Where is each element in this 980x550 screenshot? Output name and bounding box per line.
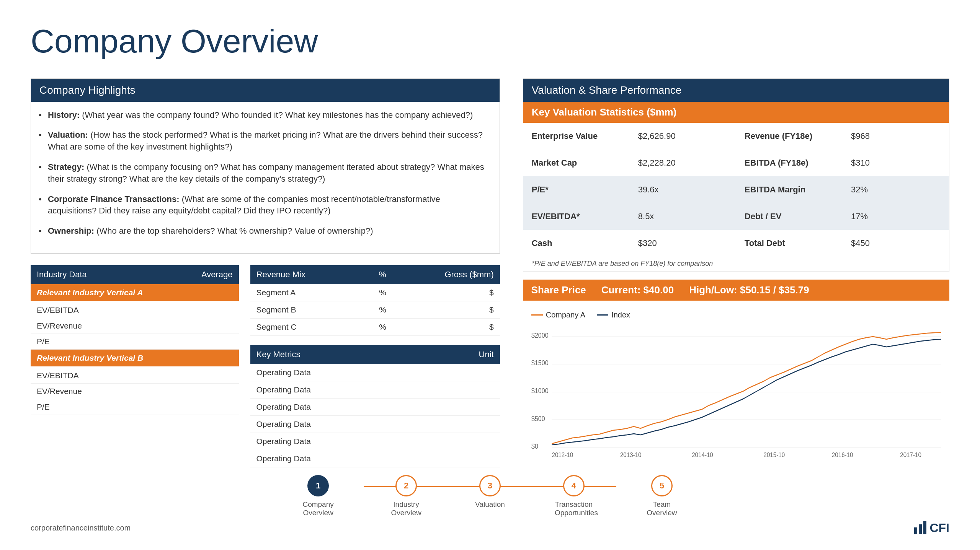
bottom-left: Industry Data Average Relevant Industry … — [31, 265, 500, 467]
chart-container: $2000 $1500 $1000 $500 $0 2012-10 2013-1… — [523, 327, 949, 442]
val-value-2-0: 39.6x — [630, 180, 736, 199]
valuation-box: Valuation & Share Performance Key Valuat… — [523, 78, 949, 272]
list-item: Corporate Finance Transactions: (What ar… — [39, 194, 488, 217]
share-price-bar: Share Price Current: $40.00 High/Low: $5… — [523, 280, 949, 301]
list-item: History: (What year was the company foun… — [39, 109, 488, 121]
industry-vertical-b: Relevant Industry Vertical B — [31, 350, 239, 366]
nav-circle-1[interactable]: 1 — [307, 475, 329, 496]
seg-c-label: Segment C — [250, 318, 358, 335]
legend-index: Index — [597, 311, 630, 319]
cfi-bar-3 — [923, 521, 926, 534]
nav-item-1[interactable]: 1 Company Overview — [299, 475, 337, 517]
industry-row: EV/EBITDA — [31, 368, 239, 384]
val-label-1-0: Market Cap — [523, 153, 630, 172]
left-panel: Company Highlights History: (What year w… — [31, 78, 500, 467]
val-label-3-0: EV/EBITDA* — [523, 207, 630, 226]
table-row: Segment C % $ — [250, 318, 500, 335]
price-chart: $2000 $1500 $1000 $500 $0 2012-10 2013-1… — [531, 331, 941, 461]
seg-a-label: Segment A — [250, 284, 358, 301]
list-item: Valuation: (How has the stock performed?… — [39, 129, 488, 153]
legend-company: Company A — [531, 311, 585, 319]
metric-5: Operating Data — [250, 450, 428, 467]
highlight-label-3: Corporate Finance Transactions: — [48, 194, 180, 204]
industry-row: P/E — [31, 334, 239, 350]
share-price-high-low: High/Low: $50.15 / $35.79 — [689, 284, 809, 296]
valuation-header: Valuation & Share Performance — [523, 79, 949, 102]
seg-b-gross: $ — [392, 301, 500, 318]
val-value-3-0: 8.5x — [630, 207, 736, 226]
nav-num-4: 4 — [572, 481, 576, 491]
industry-data-box: Industry Data Average Relevant Industry … — [31, 265, 239, 467]
highlight-text-4: (Who are the top shareholders? What % ow… — [96, 226, 373, 236]
seg-c-gross: $ — [392, 318, 500, 335]
nav-circle-3[interactable]: 3 — [479, 475, 501, 496]
nav-label-3: Valuation — [475, 500, 505, 509]
val-value-1-0: $2,228.20 — [630, 153, 736, 172]
metric-1: Operating Data — [250, 381, 428, 398]
revenue-mix-pct-header: % — [358, 265, 392, 284]
nav-circle-2[interactable]: 2 — [395, 475, 417, 496]
metric-3: Operating Data — [250, 415, 428, 433]
page-title: Company Overview — [31, 23, 949, 59]
val-label-0-1: Revenue (FY18e) — [736, 127, 843, 146]
table-row: Operating Data — [250, 364, 500, 381]
table-row: Segment A % $ — [250, 284, 500, 301]
industry-row: EV/EBITDA — [31, 303, 239, 318]
nav-num-3: 3 — [488, 481, 492, 491]
val-label-3-1: Debt / EV — [736, 207, 843, 226]
val-note: *P/E and EV/EBITDA are based on FY18(e) … — [523, 257, 949, 272]
share-price-label: Share Price — [531, 284, 586, 296]
nav-item-2[interactable]: 2 Industry Overview — [387, 475, 425, 517]
table-row: Operating Data — [250, 398, 500, 415]
revenue-mix-table: Revenue Mix % Gross ($mm) Segment A % $ — [250, 265, 500, 336]
val-label-2-1: EBITDA Margin — [736, 180, 843, 199]
val-value-0-0: $2,626.90 — [630, 127, 736, 146]
industry-row: P/E — [31, 399, 239, 415]
highlight-text-1: (How has the stock performed? What is th… — [48, 130, 483, 151]
key-val-header: Key Valuation Statistics ($mm) — [523, 102, 949, 123]
seg-b-pct: % — [358, 301, 392, 318]
svg-text:$0: $0 — [531, 443, 538, 450]
val-label-1-1: EBITDA (FY18e) — [736, 153, 843, 172]
legend-index-label: Index — [611, 311, 630, 319]
revenue-metrics-col: Revenue Mix % Gross ($mm) Segment A % $ — [250, 265, 500, 467]
highlight-label-2: Strategy: — [48, 162, 84, 172]
list-item: Ownership: (Who are the top shareholders… — [39, 225, 488, 237]
highlight-label-0: History: — [48, 110, 80, 120]
footer: corporatefinanceinstitute.com CFI — [31, 521, 949, 535]
cfi-logo: CFI — [914, 521, 949, 535]
val-value-3-1: 17% — [843, 207, 949, 226]
highlights-list: History: (What year was the company foun… — [31, 102, 500, 253]
nav-circle-4[interactable]: 4 — [563, 475, 585, 496]
seg-a-pct: % — [358, 284, 392, 301]
seg-a-gross: $ — [392, 284, 500, 301]
nav-item-3[interactable]: 3 Valuation — [475, 475, 505, 509]
nav-item-4[interactable]: 4 Transaction Opportunities — [555, 475, 593, 517]
highlight-text-0: (What year was the company found? Who fo… — [82, 110, 473, 120]
highlights-box: Company Highlights History: (What year w… — [31, 78, 500, 254]
table-row: Operating Data — [250, 415, 500, 433]
val-row-1: Enterprise Value $2,626.90 Revenue (FY18… — [523, 123, 949, 150]
nav-item-5[interactable]: 5 Team Overview — [643, 475, 681, 517]
nav-label-4: Transaction Opportunities — [555, 500, 593, 517]
key-metrics-header: Key Metrics — [250, 345, 428, 364]
nav-num-2: 2 — [404, 481, 408, 491]
svg-text:2013-10: 2013-10 — [620, 451, 642, 458]
industry-header-row: Industry Data Average — [31, 265, 239, 284]
main-content: Company Highlights History: (What year w… — [31, 78, 949, 467]
svg-text:2014-10: 2014-10 — [692, 451, 713, 458]
industry-average-label: Average — [201, 270, 233, 280]
highlights-header: Company Highlights — [31, 79, 500, 102]
nav-items: 1 Company Overview 2 Industry Overview 3… — [299, 475, 681, 517]
key-metrics-unit: Unit — [428, 345, 500, 364]
metric-4: Operating Data — [250, 433, 428, 450]
revenue-mix-header: Revenue Mix — [250, 265, 358, 284]
industry-vertical-a: Relevant Industry Vertical A — [31, 284, 239, 301]
metric-0: Operating Data — [250, 364, 428, 381]
svg-text:$1000: $1000 — [531, 387, 549, 395]
key-metrics-table: Key Metrics Unit Operating Data Operatin… — [250, 345, 500, 467]
nav-circle-5[interactable]: 5 — [651, 475, 673, 496]
val-label-0-0: Enterprise Value — [523, 127, 630, 146]
chart-legend: Company A Index — [523, 308, 949, 319]
svg-text:$500: $500 — [531, 415, 545, 423]
